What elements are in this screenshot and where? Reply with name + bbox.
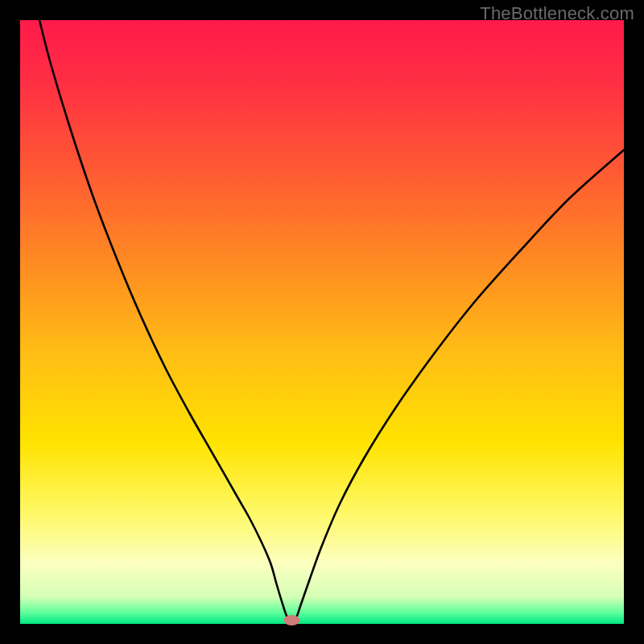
bottleneck-chart bbox=[0, 0, 644, 644]
minimum-marker bbox=[284, 615, 300, 625]
watermark-text: TheBottleneck.com bbox=[480, 3, 634, 24]
chart-root: TheBottleneck.com bbox=[0, 0, 644, 644]
plot-area-gradient bbox=[20, 20, 624, 624]
